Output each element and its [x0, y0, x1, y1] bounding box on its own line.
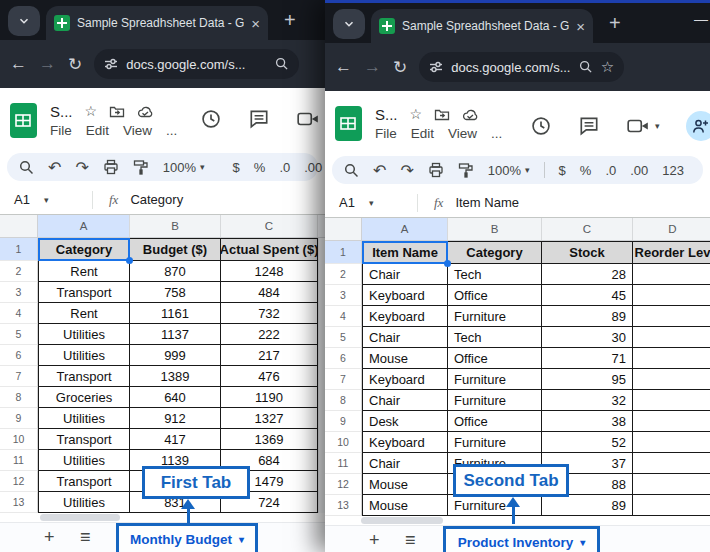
- cell[interactable]: [633, 348, 710, 369]
- cell[interactable]: Chair: [362, 327, 448, 348]
- comments-icon[interactable]: [248, 108, 270, 130]
- row-number[interactable]: 3: [0, 282, 38, 303]
- undo-icon[interactable]: ↶: [48, 158, 61, 177]
- cell[interactable]: 417: [130, 429, 221, 450]
- row-number[interactable]: 5: [325, 327, 362, 348]
- cell[interactable]: Transport: [38, 366, 130, 387]
- row-number[interactable]: 2: [325, 264, 362, 285]
- address-bar[interactable]: docs.google.com/s... ☆: [419, 52, 624, 82]
- cell[interactable]: Rent: [38, 303, 130, 324]
- select-all-corner[interactable]: [0, 215, 38, 237]
- cell[interactable]: Transport: [38, 282, 130, 303]
- browser-tab[interactable]: Sample Spreadhsheet Data - Go ×: [371, 9, 593, 43]
- cell[interactable]: 758: [130, 282, 221, 303]
- increase-decimal-button[interactable]: .00: [304, 160, 322, 175]
- star-icon[interactable]: ☆: [85, 103, 98, 119]
- cell[interactable]: 217: [221, 345, 318, 366]
- cell[interactable]: 870: [130, 261, 221, 282]
- cell[interactable]: Furniture: [448, 390, 542, 411]
- cell[interactable]: Furniture: [448, 306, 542, 327]
- version-history-icon[interactable]: [200, 108, 222, 130]
- name-box[interactable]: A1▾: [14, 192, 76, 207]
- currency-format-button[interactable]: $: [233, 160, 240, 175]
- menu-more[interactable]: ...: [491, 126, 502, 141]
- cell[interactable]: 32: [542, 390, 633, 411]
- cell[interactable]: Keyboard: [362, 369, 448, 390]
- cell[interactable]: Rent: [38, 261, 130, 282]
- menu-view[interactable]: View: [448, 126, 477, 141]
- cell[interactable]: Office: [448, 411, 542, 432]
- cell[interactable]: Groceries: [38, 387, 130, 408]
- cell[interactable]: 732: [221, 303, 318, 324]
- cell[interactable]: 89: [542, 306, 633, 327]
- cell[interactable]: 1161: [130, 303, 221, 324]
- cell[interactable]: Category: [448, 241, 542, 264]
- cell[interactable]: Actual Spent ($): [221, 238, 318, 261]
- cell[interactable]: Utilities: [38, 492, 130, 513]
- cell[interactable]: 912: [130, 408, 221, 429]
- cell[interactable]: Furniture: [448, 369, 542, 390]
- paint-format-icon[interactable]: [458, 162, 474, 178]
- cell[interactable]: 999: [130, 345, 221, 366]
- row-number[interactable]: 8: [325, 390, 362, 411]
- cell[interactable]: Reorder Lev: [633, 241, 710, 264]
- row-number[interactable]: 1: [325, 241, 362, 264]
- cell[interactable]: [633, 369, 710, 390]
- comments-icon[interactable]: [578, 115, 600, 137]
- back-icon[interactable]: ←: [10, 54, 27, 74]
- name-box[interactable]: A1▾: [339, 195, 401, 210]
- row-number[interactable]: 4: [325, 306, 362, 327]
- cell[interactable]: Stock: [542, 241, 633, 264]
- scrollbar-thumb[interactable]: [361, 517, 443, 524]
- zoom-select[interactable]: 100%▾: [163, 160, 205, 175]
- back-icon[interactable]: ←: [335, 57, 352, 77]
- row-number[interactable]: 1: [0, 238, 38, 261]
- meet-camera-icon[interactable]: ▾: [626, 115, 660, 137]
- menu-view[interactable]: View: [123, 123, 152, 138]
- redo-icon[interactable]: ↷: [75, 158, 88, 177]
- cell[interactable]: [633, 411, 710, 432]
- cell[interactable]: Utilities: [38, 450, 130, 471]
- menu-more[interactable]: ...: [166, 123, 177, 138]
- cell[interactable]: Chair: [362, 390, 448, 411]
- zoom-select[interactable]: 100%▾: [488, 163, 530, 178]
- row-number[interactable]: 13: [0, 492, 38, 513]
- menu-file[interactable]: File: [50, 123, 72, 138]
- cell[interactable]: Office: [448, 285, 542, 306]
- document-title[interactable]: S...: [50, 103, 73, 120]
- formula-input[interactable]: Category: [130, 192, 183, 207]
- cell[interactable]: Chair: [362, 453, 448, 474]
- share-button[interactable]: [686, 111, 710, 141]
- version-history-icon[interactable]: [530, 115, 552, 137]
- row-number[interactable]: 11: [0, 450, 38, 471]
- cell[interactable]: [633, 390, 710, 411]
- percent-format-button[interactable]: %: [254, 160, 266, 175]
- cell[interactable]: [633, 453, 710, 474]
- cell[interactable]: [633, 327, 710, 348]
- cell[interactable]: 1369: [221, 429, 318, 450]
- row-number[interactable]: 8: [0, 387, 38, 408]
- column-header-C[interactable]: C: [221, 215, 318, 237]
- reload-icon[interactable]: ↻: [393, 57, 407, 78]
- minimize-button[interactable]: —: [694, 11, 708, 27]
- browser-tab[interactable]: Sample Spreadhsheet Data - Go ×: [46, 6, 268, 40]
- forward-icon[interactable]: →: [39, 54, 56, 74]
- cell[interactable]: 484: [221, 282, 318, 303]
- row-number[interactable]: 6: [325, 348, 362, 369]
- cell[interactable]: [633, 264, 710, 285]
- cell[interactable]: Category: [38, 238, 130, 261]
- cell[interactable]: 1389: [130, 366, 221, 387]
- column-header-D[interactable]: D: [633, 218, 710, 240]
- new-tab-button[interactable]: +: [284, 9, 296, 32]
- cell[interactable]: Utilities: [38, 408, 130, 429]
- cell[interactable]: 38: [542, 411, 633, 432]
- reload-icon[interactable]: ↻: [68, 54, 82, 75]
- redo-icon[interactable]: ↷: [400, 161, 413, 180]
- menu-file[interactable]: File: [375, 126, 397, 141]
- number-format-button[interactable]: 123: [662, 163, 684, 178]
- cell[interactable]: [633, 306, 710, 327]
- cell[interactable]: 476: [221, 366, 318, 387]
- select-all-corner[interactable]: [325, 218, 362, 240]
- row-number[interactable]: 11: [325, 453, 362, 474]
- move-folder-icon[interactable]: [109, 104, 125, 118]
